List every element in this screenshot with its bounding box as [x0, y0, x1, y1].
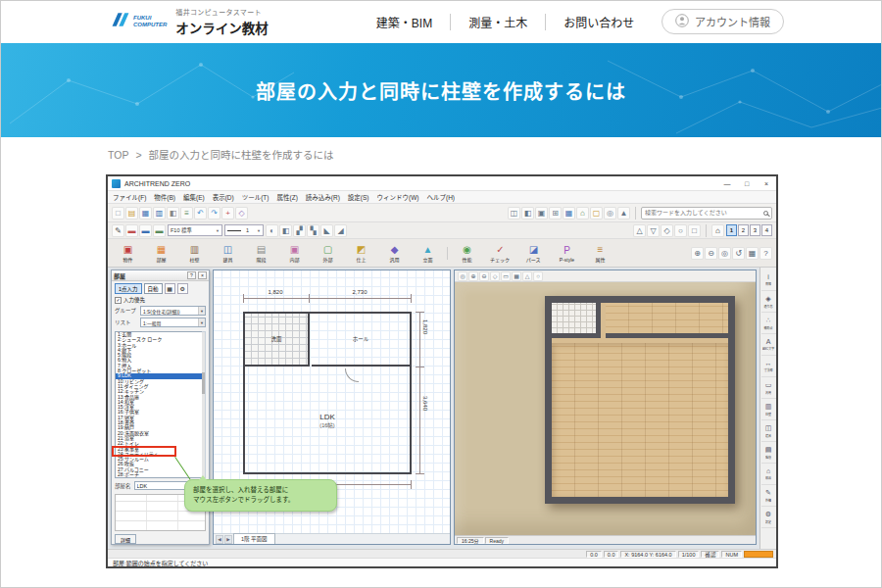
monitor-toolbar-icon[interactable]: ◇ [490, 271, 500, 281]
breadcrumb-home-link[interactable]: TOP [108, 149, 128, 161]
toolbar-icon[interactable]: ↶ [194, 207, 207, 220]
command-button[interactable]: ✓ チェック [484, 240, 516, 266]
mode-indicator[interactable]: 確認 [701, 551, 719, 558]
menu-item[interactable]: ウィンドウ(W) [377, 192, 419, 202]
gear-icon[interactable]: ⚙ [177, 283, 188, 294]
room-list-scrollbar[interactable] [202, 331, 206, 478]
floor-plan[interactable]: 洗面 ホール LDK (16帖) [243, 312, 412, 474]
palette-help-button[interactable]: ? [187, 271, 196, 279]
pick-shape-icon[interactable]: △ [633, 224, 646, 237]
right-toolbar-item[interactable]: A ABC文字 [761, 334, 776, 356]
floor-button[interactable]: 4 [761, 224, 772, 236]
right-toolbar-item[interactable]: ⚙ 設定 [761, 507, 776, 528]
toolbar-icon[interactable]: □ [112, 207, 124, 220]
toolbar-icon[interactable]: ▥ [153, 207, 166, 220]
menu-item[interactable]: 物件(B) [154, 192, 175, 202]
tab-floor1-plan[interactable]: 1階 平面図 [233, 533, 275, 544]
quick-access-icon[interactable]: ↺ [732, 247, 745, 260]
monitor-toolbar-icon[interactable]: △ [522, 271, 532, 281]
monitor-room-hall[interactable] [606, 303, 728, 338]
draw-style-icon[interactable]: ✎ [112, 224, 124, 237]
minimize-button[interactable]: — [717, 176, 737, 191]
menu-item[interactable]: 編集(E) [183, 192, 205, 202]
right-toolbar-item[interactable]: ▭ 汎用 [761, 377, 776, 399]
command-button[interactable]: ▥ 柱壁 [178, 240, 211, 266]
command-button[interactable]: ▢ 外部 [312, 240, 344, 266]
pick-shape-icon[interactable]: ▽ [647, 224, 660, 237]
command-button[interactable]: P P-style [551, 240, 583, 266]
snap-mode-icon[interactable]: ▚ [307, 224, 319, 237]
view-toolbar-icon[interactable]: ◧ [521, 207, 534, 220]
room-washroom[interactable]: 洗面 [245, 314, 310, 367]
view-toolbar-icon[interactable]: ▦ [563, 207, 575, 220]
monitor-toolbar-icon[interactable]: ⊖ [479, 271, 489, 281]
view-toolbar-icon[interactable]: ◫ [508, 207, 520, 220]
input-mode-icon[interactable]: ▦ [165, 283, 175, 294]
nav-item[interactable]: お問い合わせ [545, 14, 652, 30]
monitor-3d-canvas[interactable] [455, 282, 756, 535]
right-toolbar-item[interactable]: ✎ 外構 [761, 485, 776, 507]
monitor-toolbar-icon[interactable]: ○ [533, 271, 543, 281]
monitor-room-ldk[interactable] [552, 343, 728, 497]
snap-mode-icon[interactable]: ◣ [320, 224, 333, 237]
toolbar-icon[interactable]: ▤ [125, 207, 138, 220]
account-button[interactable]: アカウント情報 [662, 9, 784, 34]
command-button[interactable]: ▤ 階段 [245, 240, 277, 266]
search-input[interactable] [645, 210, 761, 216]
home-view-icon[interactable]: ⌂ [711, 224, 724, 237]
group-select[interactable]: 1:S(全住宅(詳細)) ▼ [140, 306, 206, 316]
nav-item[interactable]: 建築・BIM [359, 14, 450, 30]
snap-mode-icon[interactable]: ◐ [266, 224, 278, 237]
list-select[interactable]: 1:一般用 ▼ [140, 318, 206, 327]
view-toolbar-icon[interactable]: ▲ [617, 207, 630, 220]
toolbar-icon[interactable]: ◇ [235, 207, 248, 220]
command-button[interactable]: ≡ 属性 [584, 240, 616, 266]
notice-badge[interactable] [744, 551, 773, 558]
right-toolbar-item[interactable]: ◈ 通り芯 [761, 291, 776, 313]
command-button[interactable]: ◫ 建具 [212, 240, 244, 266]
menu-item[interactable]: 設定(S) [348, 192, 369, 202]
palette-close-button[interactable]: × [198, 271, 207, 279]
pick-shape-icon[interactable]: ◇ [661, 224, 673, 237]
detail-button[interactable]: 詳細 [115, 534, 136, 544]
right-toolbar-item[interactable]: ↔ 寸法線 [761, 356, 776, 377]
line-width-combo[interactable]: 1 ▼ [224, 224, 264, 236]
right-toolbar-item[interactable]: ⌂ 部品 [761, 464, 776, 485]
draw-style-icon[interactable]: ▬ [125, 224, 138, 237]
right-toolbar-item[interactable]: ▤ 階段 [761, 442, 776, 464]
menu-item[interactable]: 属性(Z) [277, 192, 298, 202]
pick-shape-icon[interactable]: ○ [674, 224, 687, 237]
draw-style-icon[interactable]: ▬ [139, 224, 152, 237]
command-button[interactable]: ▣ 内部 [278, 240, 311, 266]
menu-item[interactable]: 読み込み(R) [306, 192, 340, 202]
room-ldk[interactable]: LDK (16帖) [245, 368, 410, 472]
room-hall[interactable]: ホール [312, 314, 410, 367]
right-toolbar-item[interactable]: ◫ 建具 [761, 420, 776, 442]
tab-scroll-left-icon[interactable]: ◀ [216, 535, 223, 544]
view-toolbar-icon[interactable]: ◎ [604, 207, 616, 220]
monitor-room-washroom[interactable] [552, 303, 601, 338]
quick-access-icon[interactable]: ? [760, 247, 772, 260]
snap-mode-icon[interactable]: ▞ [293, 224, 306, 237]
tab-scroll-right-icon[interactable]: ▶ [224, 535, 232, 544]
toolbar-icon[interactable]: ▦ [139, 207, 152, 220]
right-toolbar-item[interactable]: ∴ 補助点 [761, 313, 776, 334]
floor-button[interactable]: 2 [738, 224, 749, 236]
nav-item[interactable]: 測量・土木 [450, 14, 545, 30]
scale-indicator[interactable]: 1/100 [678, 551, 700, 558]
floor-button[interactable]: 3 [750, 224, 760, 236]
command-button[interactable]: ◉ 性能 [451, 240, 483, 266]
toolbar-icon[interactable]: ↷ [208, 207, 220, 220]
menu-item[interactable]: ツール(T) [242, 192, 270, 202]
view-toolbar-icon[interactable]: ⊞ [549, 207, 562, 220]
monitor-floor-plan[interactable] [545, 296, 735, 504]
command-button[interactable]: ▦ 部屋 [145, 240, 177, 266]
toolbar-icon[interactable]: ◧ [167, 207, 179, 220]
floor-button[interactable]: 1 [726, 224, 737, 236]
fukui-computer-logo[interactable]: FUKUI COMPUTER 福井コンピュータスマート オンライン教材 [110, 7, 269, 37]
quick-access-icon[interactable]: ⊕ [691, 247, 704, 260]
toolbar-icon[interactable]: ≡ [180, 207, 193, 220]
monitor-toolbar-icon[interactable]: ◎ [458, 271, 467, 281]
quick-access-icon[interactable]: ◎ [718, 247, 731, 260]
snap-mode-icon[interactable]: ◧ [279, 224, 292, 237]
